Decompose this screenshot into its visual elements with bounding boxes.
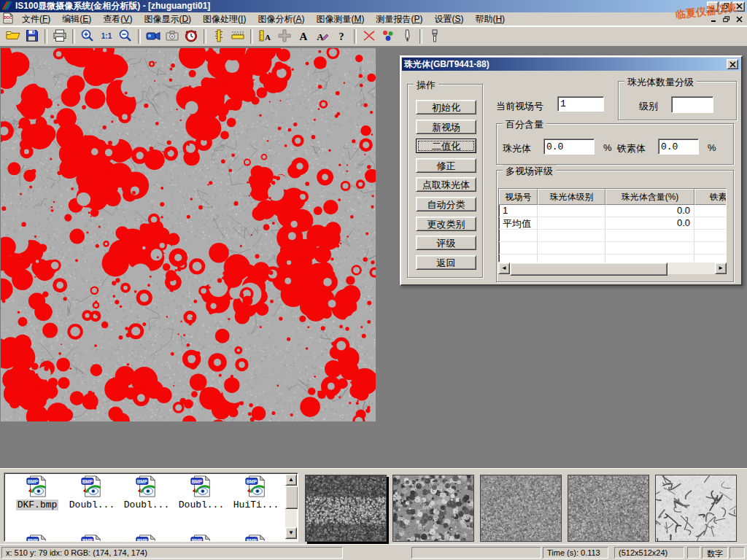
mdi-close-button[interactable] [733, 14, 745, 24]
table-cell [694, 217, 727, 229]
print-button[interactable] [50, 28, 69, 45]
table-cell [605, 230, 694, 241]
table-cell [605, 254, 694, 262]
menu-item-1[interactable]: 文件(F) [16, 12, 56, 26]
table-cell [538, 217, 605, 229]
photo-camera-button[interactable] [163, 28, 182, 45]
table-cell [538, 242, 605, 254]
grading-table[interactable]: 视场号珠光体级别珠光体含量(%)铁素体含量(%)10.0平均值0.0 [498, 188, 727, 262]
move-button[interactable] [275, 28, 294, 45]
menu-item-3[interactable]: 查看(V) [97, 12, 138, 26]
percent-group-legend: 百分含量 [503, 118, 546, 131]
toolbar: 1:1AAA? [0, 26, 747, 47]
percent-group: 百分含量 珠光体 % 铁素体 % [496, 123, 734, 165]
zoom-out-button[interactable] [116, 28, 135, 45]
menu-item-9[interactable]: 设置(S) [428, 12, 469, 26]
menu-item-4[interactable]: 图像显示(D) [138, 12, 197, 26]
text-button[interactable]: A [294, 28, 313, 45]
document-icon[interactable]: DOC [2, 12, 14, 26]
one-to-one-button[interactable]: 1:1 [97, 28, 116, 45]
op-button-8[interactable]: 评级 [416, 236, 476, 250]
metallographic-image[interactable] [1, 48, 376, 421]
dialog-close-button[interactable] [727, 59, 738, 69]
table-header-4[interactable]: 铁素体含量(%) [694, 189, 727, 205]
menu-item-7[interactable]: 图像测量(M) [310, 12, 370, 26]
menu-item-10[interactable]: 帮助(H) [469, 12, 511, 26]
table-row[interactable] [499, 230, 726, 242]
op-button-7[interactable]: 更改类别 [416, 217, 476, 231]
scrollbar-thumb[interactable] [510, 262, 667, 276]
zoom-in-button[interactable] [78, 28, 97, 45]
table-header-2[interactable]: 珠光体级别 [538, 189, 605, 205]
dialog-title-bar[interactable]: 珠光体(GB/T9441-88) [402, 58, 740, 71]
op-button-4[interactable]: 修正 [416, 158, 476, 173]
table-row[interactable] [499, 242, 726, 254]
menu-item-8[interactable]: 测量报告(P) [370, 12, 428, 26]
pearlite-percent-input[interactable] [543, 139, 595, 155]
one-to-one-icon: 1:1 [99, 28, 114, 45]
image-thumbnail-1[interactable] [305, 475, 387, 542]
table-header-3[interactable]: 珠光体含量(%) [605, 189, 694, 205]
scroll-right-button[interactable]: ► [715, 262, 727, 274]
op-button-1[interactable]: 初始化 [416, 100, 476, 114]
pen-button[interactable] [398, 28, 417, 45]
grade-group-legend: 珠光体数量分级 [624, 76, 697, 89]
menu-item-5[interactable]: 图像处理(I) [197, 12, 252, 26]
classify-colors-button[interactable] [379, 28, 398, 45]
pearlite-percent-sign: % [603, 142, 612, 153]
table-row[interactable]: 10.0 [499, 205, 726, 217]
help-button[interactable]: ? [332, 28, 351, 45]
status-position-panel: x: 510 y: 79 idx: 0 RGB: (174, 174, 174) [1, 547, 343, 559]
mode-label: 数字 [707, 549, 723, 558]
current-field-input[interactable] [557, 96, 604, 112]
table-cell: 0.0 [605, 205, 694, 217]
op-button-6[interactable]: 自动分类 [416, 197, 476, 211]
table-horizontal-scrollbar[interactable]: ◄ ► [498, 262, 727, 274]
ferrite-percent-input[interactable] [658, 139, 699, 155]
zoom-in-icon [80, 28, 95, 45]
table-header-1[interactable]: 视场号 [499, 189, 538, 205]
op-button-9[interactable]: 返回 [416, 255, 476, 270]
op-button-3[interactable]: 二值化 [416, 139, 476, 153]
status-mode-panel: 数字 [702, 547, 728, 559]
scroll-left-button[interactable]: ◄ [498, 262, 510, 274]
image-thumbnail-3[interactable] [480, 475, 562, 542]
multi-field-group-legend: 多视场评级 [503, 165, 556, 178]
ruler-button[interactable] [228, 28, 247, 45]
svg-text:?: ? [339, 31, 344, 42]
title-bar: IS100显微摄像系统(金相分析版) - [zhuguangti01] [0, 0, 747, 12]
image-thumbnail-4[interactable] [568, 475, 649, 542]
toolbar-separator [354, 29, 357, 44]
video-camera-icon [146, 28, 160, 45]
table-row[interactable]: 平均值0.0 [499, 217, 726, 230]
timer-button[interactable] [182, 28, 201, 45]
caliper-button[interactable] [209, 28, 228, 45]
open-button[interactable] [4, 28, 23, 45]
text-edit-button[interactable]: A [313, 28, 332, 45]
operation-group-legend: 操作 [414, 79, 438, 92]
table-row[interactable] [499, 254, 726, 262]
level-input[interactable] [671, 96, 713, 113]
svg-text:A: A [265, 32, 271, 41]
toolbar-separator [204, 29, 206, 44]
print-icon [53, 28, 67, 45]
curve-delete-button[interactable] [360, 28, 379, 45]
op-button-2[interactable]: 新视场 [416, 120, 476, 134]
video-camera-button[interactable] [144, 28, 163, 45]
svg-text:1:1: 1:1 [101, 32, 112, 40]
table-cell [499, 230, 538, 241]
op-button-5[interactable]: 点取珠光体 [416, 177, 476, 192]
photo-camera-icon [165, 28, 179, 45]
status-bar: x: 510 y: 79 idx: 0 RGB: (174, 174, 174)… [0, 544, 747, 560]
current-field-label: 当前视场号 [496, 100, 543, 113]
table-cell [538, 230, 605, 241]
menu-item-2[interactable]: 编辑(E) [56, 12, 97, 26]
image-thumbnail-2[interactable] [392, 475, 474, 542]
dialog-title: 珠光体(GB/T9441-88) [404, 58, 489, 71]
flashlight-button[interactable] [425, 28, 444, 45]
menu-item-6[interactable]: 图像分析(A) [252, 12, 310, 26]
image-thumbnail-5[interactable] [655, 475, 737, 542]
measure-text-button[interactable]: A [256, 28, 275, 45]
table-cell [694, 254, 727, 262]
save-button[interactable] [23, 28, 42, 45]
